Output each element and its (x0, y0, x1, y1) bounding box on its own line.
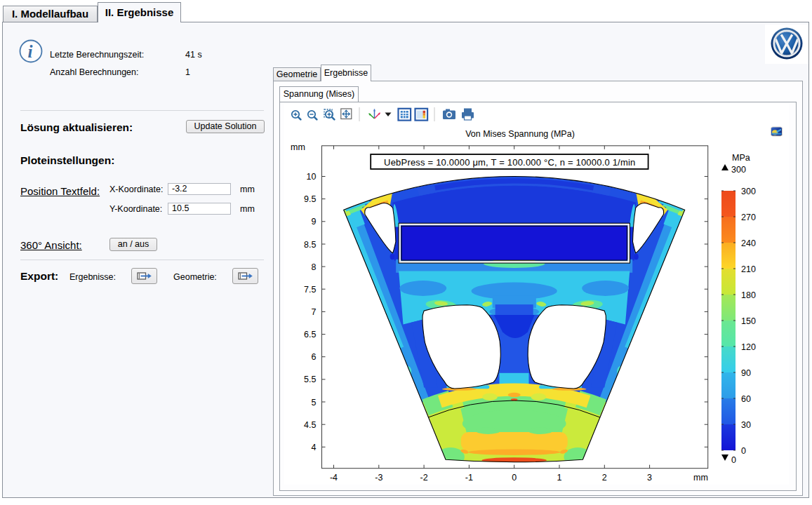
svg-text:150: 150 (741, 316, 756, 326)
svg-text:180: 180 (741, 290, 756, 300)
svg-text:mm: mm (693, 473, 708, 483)
svg-text:8.5: 8.5 (304, 240, 316, 250)
svg-text:-4: -4 (330, 473, 338, 483)
svg-text:4.5: 4.5 (304, 420, 316, 430)
svg-text:5: 5 (312, 398, 317, 408)
svg-text:-2: -2 (420, 473, 428, 483)
svg-text:4: 4 (312, 443, 317, 452)
svg-text:60: 60 (741, 394, 751, 404)
svg-text:MPa: MPa (732, 153, 750, 163)
svg-text:8: 8 (312, 262, 317, 272)
svg-text:270: 270 (741, 213, 756, 222)
svg-text:0: 0 (731, 455, 736, 465)
svg-text:10: 10 (307, 172, 317, 182)
svg-text:120: 120 (741, 342, 756, 352)
svg-text:Von Mises Spannung (MPa): Von Mises Spannung (MPa) (465, 129, 575, 139)
svg-text:0: 0 (741, 446, 746, 456)
svg-text:90: 90 (741, 368, 751, 378)
svg-text:9.5: 9.5 (304, 194, 316, 204)
svg-text:UebPress = 10.0000 μm, T = 100: UebPress = 10.0000 μm, T = 100.000 °C, n… (384, 157, 635, 168)
svg-text:300: 300 (741, 187, 756, 196)
svg-text:6.5: 6.5 (304, 330, 316, 339)
svg-text:6: 6 (312, 352, 317, 362)
svg-text:240: 240 (741, 238, 756, 248)
svg-text:mm: mm (291, 142, 305, 152)
svg-text:0: 0 (512, 473, 517, 483)
svg-text:9: 9 (312, 217, 317, 227)
svg-text:3: 3 (647, 473, 652, 483)
svg-text:7.5: 7.5 (304, 285, 316, 295)
svg-text:30: 30 (741, 420, 751, 430)
svg-text:300: 300 (731, 165, 746, 175)
svg-text:2: 2 (602, 473, 607, 483)
svg-text:5.5: 5.5 (304, 375, 316, 384)
svg-text:-1: -1 (465, 473, 473, 483)
svg-text:-3: -3 (375, 473, 382, 483)
svg-text:210: 210 (741, 264, 756, 274)
svg-text:1: 1 (557, 473, 562, 483)
svg-text:7: 7 (312, 307, 317, 317)
svg-text:i: i (28, 42, 33, 61)
